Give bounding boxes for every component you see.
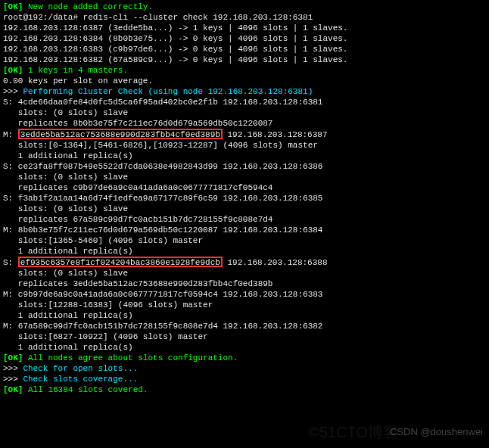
node-line: S: f3ab1f2a1aa14a6d74f1edfea9a67177c89f6… [3, 193, 486, 204]
node-line: replicates 8b0b3e75f7c211ec76d0d679a569d… [3, 118, 486, 129]
node-summary: 192.168.203.128:6382 (67a589c9...) -> 0 … [3, 54, 486, 65]
node-line: 1 additional replica(s) [3, 310, 486, 321]
node-summary: 192.168.203.128:6384 (8b0b3e75...) -> 0 … [3, 33, 486, 44]
keys-count: 1 keys in 4 masters. [23, 66, 128, 75]
node-line: replicates 3edde5ba512ac753688e990d283fb… [3, 278, 486, 289]
node-line: M: 3edde5ba512ac753688e990d283fbb4cf0ed3… [3, 129, 486, 140]
node-summary: 192.168.203.128:6387 (3edde5ba...) -> 1 … [3, 23, 486, 33]
node-line: replicates c9b97de6a9c0a41ada6a0c0677771… [3, 182, 486, 193]
node-line: slots: (0 slots) slave [3, 107, 486, 118]
section-heading: Check for open slots... [23, 364, 138, 373]
section-heading: Performing Cluster Check (using node 192… [23, 87, 313, 96]
watermark: ©51CTO博客 [308, 427, 398, 437]
node-line: slots: (0 slots) slave [3, 172, 486, 182]
node-line: S: 4cde66daa0fe84d0fc5d5ca6f95ad402bc0e2… [3, 97, 486, 107]
ok-badge: [OK] [3, 385, 23, 394]
avg-text: 0.00 keys per slot on average. [3, 76, 486, 86]
section-heading: Check slots coverage... [23, 375, 138, 384]
prefix: >>> [3, 364, 23, 373]
node-line: 1 additional replica(s) [3, 342, 486, 353]
node-summary: 192.168.203.128:6383 (c9b97de6...) -> 0 … [3, 44, 486, 54]
node-line: S: ce23fa8ff087b49e5522d7cda0638e4982843… [3, 161, 486, 172]
status-text: All 16384 slots covered. [23, 385, 148, 394]
status-text: New node added correctly. [23, 2, 153, 11]
node-line: 1 additional replica(s) [3, 151, 486, 161]
status-text: All nodes agree about slots configuratio… [23, 353, 238, 362]
watermark: CSDN @doushenwei [390, 427, 483, 437]
node-line: M: 8b0b3e75f7c211ec76d0d679a569db50c1220… [3, 225, 486, 235]
highlighted-hash: 3edde5ba512ac753688e990d283fbb4cf0ed389b [18, 129, 223, 139]
highlighted-hash: ef935c6357e8f1cf024204bac3860e1928fe9dcb [18, 257, 223, 267]
prefix: >>> [3, 87, 23, 96]
node-line: slots:[6827-10922] (4096 slots) master [3, 331, 486, 342]
ok-badge: [OK] [3, 66, 23, 75]
node-line: slots:[0-1364],[5461-6826],[10923-12287]… [3, 140, 486, 151]
ok-badge: [OK] [3, 2, 23, 11]
node-line: slots:[1365-5460] (4096 slots) master [3, 235, 486, 246]
node-line: M: 67a589c99d7fc0acb151b7dc728155f9c808e… [3, 321, 486, 331]
node-line: slots:[12288-16383] (4096 slots) master [3, 300, 486, 310]
prefix: >>> [3, 375, 23, 384]
node-line: M: c9b97de6a9c0a41ada6a0c0677771817cf059… [3, 289, 486, 300]
ok-badge: [OK] [3, 353, 23, 362]
node-line: S: ef935c6357e8f1cf024204bac3860e1928fe9… [3, 257, 486, 268]
node-line: replicates 67a589c99d7fc0acb151b7dc72815… [3, 214, 486, 225]
node-line: slots: (0 slots) slave [3, 268, 486, 278]
node-line: 1 additional replica(s) [3, 246, 486, 257]
command-prompt: root@192:/data# redis-cli --cluster chec… [3, 12, 486, 23]
node-line: slots: (0 slots) slave [3, 204, 486, 214]
